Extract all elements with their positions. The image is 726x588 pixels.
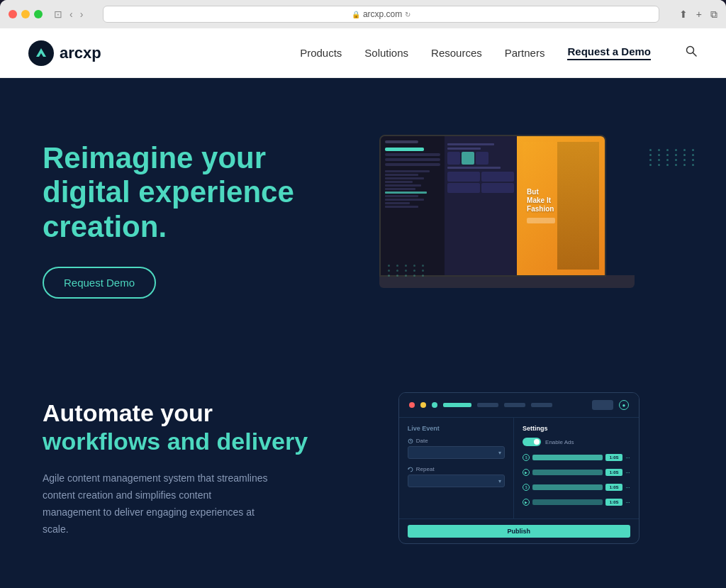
dot-pattern-2: [388, 265, 428, 277]
repeat-label: Repeat: [408, 466, 505, 472]
date-input[interactable]: ▾: [408, 446, 505, 459]
browser-titlebar: ⊡ ‹ › 🔒 arcxp.com ↻ ⬆ + ⧉: [0, 0, 726, 28]
logo[interactable]: arcxp: [28, 40, 101, 66]
nav-resources[interactable]: Resources: [431, 47, 482, 59]
panel-publish-row: Publish: [399, 518, 639, 543]
nav-solutions[interactable]: Solutions: [364, 47, 408, 59]
lock-icon: 🔒: [352, 11, 360, 18]
window-icon[interactable]: ⊡: [54, 9, 62, 20]
address-bar[interactable]: 🔒 arcxp.com ↻: [103, 6, 659, 23]
nav-request-demo[interactable]: Request a Demo: [567, 45, 651, 60]
section-automate: Automate your workflows and delivery Agi…: [0, 348, 726, 588]
duplicate-icon[interactable]: ⧉: [710, 9, 717, 21]
panel-left: Live Event Date ▾: [399, 418, 514, 518]
enable-ads-toggle[interactable]: [523, 438, 541, 446]
panel-row-2: ▶ 1:0S ···: [523, 467, 630, 478]
minimize-button[interactable]: [21, 10, 30, 18]
panel-dot-red: [409, 402, 415, 408]
panel-row-1: $ 1:0S ···: [523, 452, 630, 463]
website-content: arcxp Products Solutions Resources Partn…: [0, 28, 726, 588]
screen-main: ButMake ItFashion: [445, 136, 605, 275]
chevron-down-icon: ▾: [498, 450, 501, 456]
section-2-visual: ● Live Event Date: [354, 392, 683, 544]
refresh-icon[interactable]: ↻: [405, 11, 411, 18]
close-button[interactable]: [9, 10, 17, 18]
panel-dot-green: [432, 402, 437, 408]
ui-panel: ● Live Event Date: [398, 392, 640, 544]
date-label: Date: [408, 438, 505, 444]
section-2-description: Agile content management system that str…: [43, 470, 269, 538]
panel-bar-2: [477, 403, 498, 407]
svg-line-1: [693, 53, 697, 57]
logo-icon: [28, 40, 54, 66]
panel-close-icon[interactable]: ●: [619, 400, 629, 410]
row-bar-3: [532, 484, 603, 490]
search-icon[interactable]: [685, 45, 698, 61]
row-badge-1: 1:0S: [605, 454, 622, 461]
traffic-lights: [9, 10, 43, 18]
panel-header-button[interactable]: [592, 400, 613, 410]
screen-image: ButMake ItFashion: [517, 136, 605, 275]
hero-title: Reimagine your digital experience creati…: [43, 141, 331, 244]
browser-window: ⊡ ‹ › 🔒 arcxp.com ↻ ⬆ + ⧉: [0, 0, 726, 588]
panel-bar-1: [443, 403, 471, 407]
more-icon-2[interactable]: ···: [625, 470, 630, 476]
section-2-title: Automate your workflows and delivery: [43, 399, 312, 457]
more-icon-4[interactable]: ···: [625, 499, 630, 506]
row-badge-4: 1:0S: [605, 499, 622, 506]
forward-icon[interactable]: ›: [80, 9, 84, 20]
logo-text: arcxp: [60, 44, 101, 62]
panel-body: Live Event Date ▾: [399, 418, 639, 518]
laptop-mockup: ButMake ItFashion: [379, 135, 635, 305]
panel-row-3: $ 1:0S ···: [523, 482, 630, 493]
repeat-input[interactable]: ▾: [408, 475, 505, 487]
laptop-screen: ButMake ItFashion: [379, 135, 606, 277]
nav-products[interactable]: Products: [300, 47, 342, 59]
panel-bar-3: [504, 403, 525, 407]
live-event-label: Live Event: [408, 425, 505, 432]
hero-section: Reimagine your digital experience creati…: [0, 78, 726, 348]
screen-sidebar: [381, 136, 445, 275]
maximize-button[interactable]: [34, 10, 43, 18]
publish-button[interactable]: Publish: [408, 525, 630, 538]
dollar-icon-2: $: [523, 484, 530, 491]
panel-row-4: ▶ 1:0S ···: [523, 497, 630, 508]
chevron-down-icon-2: ▾: [498, 478, 501, 484]
settings-label: Settings: [523, 425, 630, 432]
play-icon-1: ▶: [523, 469, 530, 476]
play-icon-2: ▶: [523, 499, 530, 506]
panel-header: ●: [399, 393, 639, 418]
panel-right: Settings Enable Ads $ 1:0S ···: [514, 418, 639, 518]
laptop-base: [379, 275, 635, 288]
request-demo-button[interactable]: Request Demo: [43, 267, 156, 299]
browser-actions: ⬆ + ⧉: [679, 9, 717, 21]
hero-content: Reimagine your digital experience creati…: [43, 141, 331, 299]
panel-bar-4: [531, 403, 552, 407]
row-bar-2: [532, 470, 603, 475]
date-field: Date ▾: [408, 438, 505, 459]
hero-visual: ButMake ItFashion: [331, 135, 683, 305]
enable-ads-row: Enable Ads: [523, 438, 630, 446]
more-icon-3[interactable]: ···: [625, 484, 630, 491]
screen-controls: [445, 136, 517, 275]
add-tab-icon[interactable]: +: [696, 9, 702, 21]
repeat-field: Repeat ▾: [408, 466, 505, 487]
dollar-icon-1: $: [523, 454, 530, 461]
row-bar-1: [532, 455, 603, 460]
enable-ads-label: Enable Ads: [545, 439, 574, 445]
share-icon[interactable]: ⬆: [679, 9, 688, 21]
nav-links: Products Solutions Resources Partners Re…: [300, 45, 698, 61]
browser-controls: ⊡ ‹ ›: [54, 9, 83, 20]
back-icon[interactable]: ‹: [69, 9, 73, 20]
panel-dot-yellow: [420, 402, 426, 408]
url-text: arcxp.com: [363, 9, 402, 19]
dot-pattern-decoration: [649, 149, 698, 166]
nav-partners[interactable]: Partners: [505, 47, 545, 59]
row-bar-4: [532, 499, 603, 505]
row-badge-3: 1:0S: [605, 484, 622, 491]
navigation: arcxp Products Solutions Resources Partn…: [0, 28, 726, 78]
section-2-content: Automate your workflows and delivery Agi…: [43, 399, 312, 538]
row-badge-2: 1:0S: [605, 469, 622, 476]
more-icon-1[interactable]: ···: [625, 455, 630, 461]
